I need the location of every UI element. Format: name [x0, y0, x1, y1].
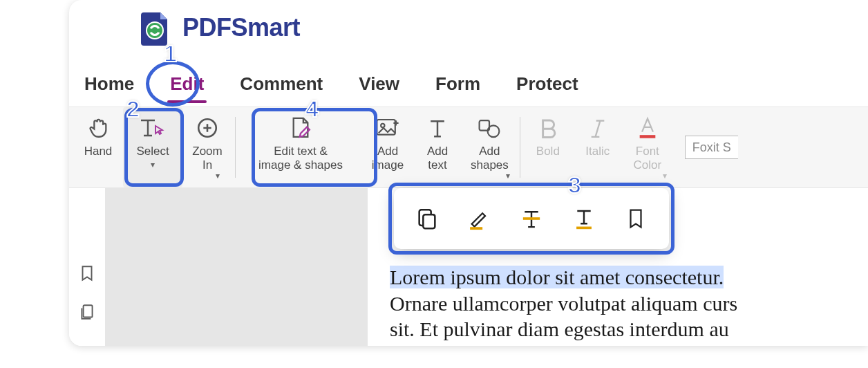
highlight-icon — [466, 206, 491, 231]
svg-point-5 — [488, 125, 500, 137]
tool-hand[interactable]: Hand — [73, 107, 123, 187]
menu-bar: Home Edit Comment View Form Protect — [82, 69, 581, 99]
chevron-down-icon: ▾ — [216, 171, 220, 181]
tool-label: Add shapes — [471, 145, 509, 173]
callout-number-1: 1 — [164, 40, 177, 67]
selection-context-toolbar — [394, 188, 669, 249]
add-shapes-icon — [477, 117, 502, 139]
tool-label: Add text — [427, 145, 448, 173]
tool-label: Edit text & image & shapes — [258, 145, 343, 173]
menu-comment[interactable]: Comment — [237, 69, 326, 99]
tool-label: Zoom In — [192, 145, 222, 173]
document-line: sit. Et pulvinar diam egestas interdum a… — [390, 316, 868, 342]
chevron-down-icon: ▾ — [151, 160, 155, 169]
app-window: PDFSmart Home Edit Comment View Form Pro… — [69, 0, 868, 346]
selected-text[interactable]: Lorem ipsum dolor sit amet consectetur. — [390, 266, 724, 288]
strikethrough-button[interactable] — [513, 200, 550, 237]
svg-rect-8 — [423, 214, 435, 228]
menu-protect[interactable]: Protect — [513, 69, 581, 99]
tool-font-color[interactable]: Font Color ▾ — [623, 107, 672, 187]
italic-icon — [588, 117, 607, 139]
underline-icon — [572, 207, 596, 230]
bookmark-icon[interactable] — [78, 264, 96, 282]
select-text-icon — [139, 116, 167, 140]
tool-label: Add image — [372, 145, 404, 173]
hand-icon — [86, 116, 110, 140]
svg-rect-6 — [639, 135, 655, 138]
menu-view[interactable]: View — [356, 69, 402, 99]
add-image-icon — [375, 117, 400, 139]
svg-point-3 — [381, 124, 384, 127]
svg-rect-7 — [84, 305, 93, 317]
thumbnails-panel — [105, 188, 368, 346]
tool-label: Select — [136, 145, 169, 158]
tool-label: Italic — [585, 145, 610, 158]
font-family-select[interactable]: Foxit S — [685, 136, 738, 159]
zoom-in-icon — [196, 116, 219, 140]
tool-add-shapes[interactable]: Add shapes ▾ — [462, 107, 517, 187]
ribbon: Hand Select ▾ Zoom In ▾ — [69, 107, 868, 188]
separator — [520, 117, 520, 178]
bookmark-button[interactable] — [617, 200, 654, 237]
callout-number-2: 2 — [126, 95, 140, 122]
bookmark-icon — [625, 207, 646, 230]
left-sidebar — [69, 188, 105, 346]
tool-add-image[interactable]: Add image — [363, 107, 413, 187]
separator — [235, 117, 236, 178]
app-logo: PDFSmart — [137, 10, 300, 46]
copy-button[interactable] — [408, 200, 446, 237]
tool-bold[interactable]: Bold — [523, 107, 573, 187]
callout-number-4: 4 — [305, 95, 319, 122]
pages-icon[interactable] — [78, 303, 96, 321]
menu-edit[interactable]: Edit — [167, 69, 207, 99]
tool-label: Hand — [84, 145, 113, 158]
underline-button[interactable] — [565, 200, 603, 237]
brand-text: PDFSmart — [182, 13, 300, 42]
tool-label: Bold — [536, 145, 560, 158]
document-line: Ornare ullamcorper volutpat aliquam curs — [390, 291, 868, 317]
add-text-icon — [427, 117, 448, 139]
callout-number-3: 3 — [568, 172, 581, 199]
copy-icon — [415, 207, 439, 230]
chevron-down-icon: ▾ — [506, 171, 510, 181]
tool-label: Font Color — [634, 145, 662, 173]
tool-zoom-in[interactable]: Zoom In ▾ — [182, 107, 232, 187]
bold-icon — [538, 117, 558, 139]
menu-home[interactable]: Home — [82, 69, 137, 99]
highlight-button[interactable] — [460, 200, 498, 237]
tool-edit-text-image-shapes[interactable]: Edit text & image & shapes — [238, 107, 363, 187]
tool-add-text[interactable]: Add text — [413, 107, 462, 187]
font-color-icon — [637, 116, 658, 140]
menu-form[interactable]: Form — [433, 69, 483, 99]
chevron-down-icon: ▾ — [663, 171, 667, 181]
strikethrough-icon — [520, 207, 543, 230]
